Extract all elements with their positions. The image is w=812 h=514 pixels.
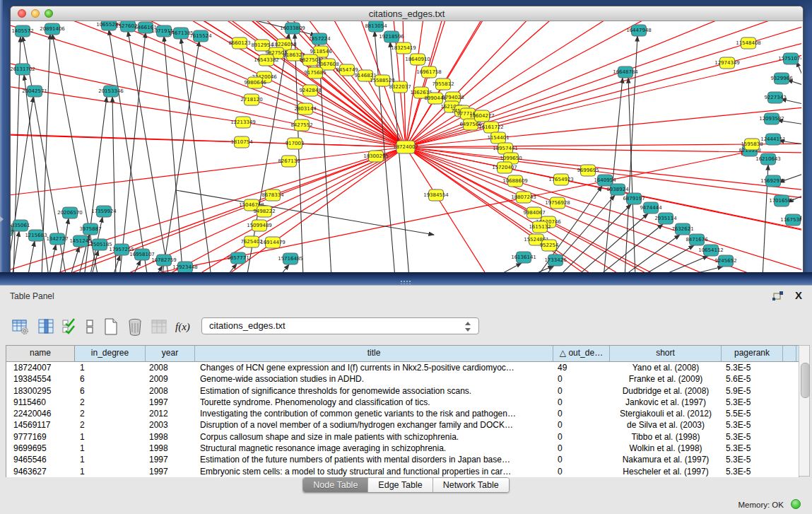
table-row[interactable]: 2242004622012Investigating the contribut… (6, 408, 799, 419)
graph-node[interactable]: 11548408 (736, 37, 761, 49)
network-graph[interactable]: 1405572208914061065528715276021646616110… (11, 21, 801, 273)
graph-node[interactable]: 16136141 (511, 252, 536, 263)
graph-node[interactable]: 18325419 (391, 42, 416, 54)
function-builder-icon[interactable]: f(x) (174, 317, 192, 336)
select-all-icon[interactable] (61, 317, 79, 336)
table-row[interactable]: 1938455462009Genome-wide association stu… (6, 373, 799, 385)
graph-node[interactable]: 9242848 (299, 85, 321, 96)
network-canvas[interactable]: 1405572208914061065528715276021646616110… (11, 21, 801, 273)
splitter-handle[interactable] (400, 280, 411, 284)
graph-node[interactable]: 9474444 (640, 202, 662, 214)
graph-node[interactable]: 8471676 (686, 234, 708, 245)
graph-node[interactable]: 17359924 (91, 206, 117, 217)
graph-node[interactable]: 12213349 (230, 117, 256, 128)
close-panel-icon[interactable]: X (795, 289, 802, 301)
table-scrollbar[interactable] (799, 345, 810, 477)
graph-node[interactable]: 8660123 (228, 37, 250, 49)
column-header-in_degree[interactable]: in_degree (75, 346, 146, 361)
graph-node[interactable]: 15751074 (778, 53, 801, 64)
column-header-short[interactable]: short (610, 346, 722, 361)
cell-in_degree: 1 (75, 443, 146, 454)
graph-node[interactable]: 18640910 (405, 54, 430, 65)
graph-node[interactable]: 2935114 (654, 213, 677, 224)
graph-node[interactable]: 10654112 (698, 245, 724, 256)
graph-node[interactable]: 20891406 (40, 23, 65, 35)
graph-node[interactable]: 17654923 (548, 174, 574, 185)
table-row[interactable]: 1872400712008Changes of HCN gene express… (6, 362, 799, 373)
table-select[interactable]: citations_edges.txt (201, 317, 479, 334)
graph-node[interactable]: 1810754 (230, 136, 253, 148)
column-header-pagerank[interactable]: pagerank (722, 346, 783, 361)
graph-node[interactable]: 11675300 (780, 214, 801, 226)
table-row[interactable]: 1830029562008Estimation of significance … (6, 385, 799, 397)
graph-node[interactable]: 835061 (11, 220, 30, 231)
graph-node[interactable]: 8267130 (278, 156, 300, 167)
graph-node[interactable]: 12923448 (172, 262, 198, 273)
graph-node[interactable]: 19384554 (423, 189, 449, 201)
graph-node[interactable]: 7625402 (240, 236, 262, 247)
svg-text:18640910: 18640910 (405, 57, 430, 62)
graph-node[interactable]: 15692971 (760, 175, 786, 187)
graph-node[interactable]: 7632621 (671, 223, 693, 235)
graph-node[interactable]: 17016504 (769, 195, 794, 206)
column-header-title[interactable]: title (195, 346, 553, 361)
graph-node[interactable]: 9329966 (770, 73, 793, 84)
graph-node[interactable]: 12444151 (760, 134, 786, 145)
panel-collapse-arrow-icon[interactable] (0, 216, 4, 222)
graph-node[interactable]: 26131702 (11, 64, 35, 75)
tab-edge-table[interactable]: Edge Table (368, 478, 433, 492)
graph-node[interactable]: 7857224 (308, 33, 331, 45)
table-row[interactable]: 946554611997Estimation of the future num… (6, 454, 799, 465)
table-row[interactable]: 946362711997Embryonic stem cells: a mode… (6, 466, 799, 477)
graph-node[interactable]: 16648784 (613, 66, 638, 78)
network-window-titlebar[interactable]: citations_edges.txt (11, 6, 803, 21)
table-settings-icon[interactable] (11, 317, 30, 336)
table-row[interactable]: 911546021997Tourette syndrome. Phenomeno… (6, 397, 799, 408)
graph-node[interactable]: 19756928 (545, 197, 570, 209)
column-header-out_de[interactable]: △ out_de… (553, 346, 610, 361)
graph-node[interactable]: 952254 (540, 240, 559, 251)
graph-node[interactable]: 16447948 (626, 25, 652, 36)
graph-node[interactable]: 1154401 (487, 132, 509, 144)
column-header-year[interactable]: year (146, 346, 195, 361)
graph-node[interactable]: 9699695 (577, 165, 599, 176)
graph-node[interactable]: 16161722 (478, 122, 504, 133)
graph-node[interactable]: 2718120 (240, 94, 262, 105)
graph-node[interactable]: 10688609 (502, 175, 528, 187)
graph-node[interactable]: 16210643 (755, 153, 781, 165)
float-window-icon[interactable] (772, 291, 784, 304)
graph-node[interactable]: 9245652 (714, 255, 736, 267)
graph-node[interactable]: 16033809 (280, 23, 305, 34)
table-row[interactable]: 1456911722003Disruption of a novel membe… (6, 419, 799, 431)
delete-table-icon[interactable] (126, 317, 144, 336)
column-visibility-icon[interactable] (37, 317, 55, 336)
table-row[interactable]: 977716911998Corpus callosum shape and si… (6, 431, 799, 443)
graph-node[interactable]: 917003 (286, 138, 305, 149)
graph-node[interactable]: 20206570 (57, 207, 83, 218)
graph-node[interactable]: 12974349 (714, 57, 740, 69)
new-table-icon[interactable] (102, 317, 120, 336)
graph-node[interactable]: 15716485 (278, 253, 303, 264)
graph-node[interactable]: 18724007 (393, 141, 418, 153)
svg-text:15720407: 15720407 (492, 165, 517, 170)
graph-node[interactable]: 19218596 (379, 31, 404, 42)
graph-node[interactable]: 9227343 (764, 92, 786, 103)
graph-node[interactable]: 6879197 (623, 193, 645, 204)
svg-text:19384554: 19384554 (423, 192, 449, 198)
graph-node[interactable]: 16914479 (260, 237, 286, 248)
graph-node[interactable]: 1733426 (544, 255, 567, 266)
graph-node[interactable]: 8813054 (365, 21, 387, 32)
graph-node[interactable]: 8678334 (261, 189, 284, 201)
graph-node[interactable]: 15099489 (247, 220, 272, 231)
graph-node[interactable]: 3975887 (79, 223, 101, 235)
table-row[interactable]: 969969511998Structural magnetic resonanc… (6, 443, 799, 454)
graph-node[interactable]: 16961758 (416, 66, 442, 78)
tab-node-table[interactable]: Node Table (303, 478, 368, 492)
toggle-details-icon[interactable] (81, 317, 99, 336)
graph-node[interactable]: 8427552 (290, 119, 312, 131)
tab-network-table[interactable]: Network Table (433, 478, 509, 492)
graph-node[interactable]: 12093582 (759, 113, 784, 124)
scrollbar-thumb[interactable] (801, 363, 810, 398)
column-header-name[interactable]: name (6, 346, 75, 361)
graph-node[interactable]: 7955812 (432, 78, 454, 90)
